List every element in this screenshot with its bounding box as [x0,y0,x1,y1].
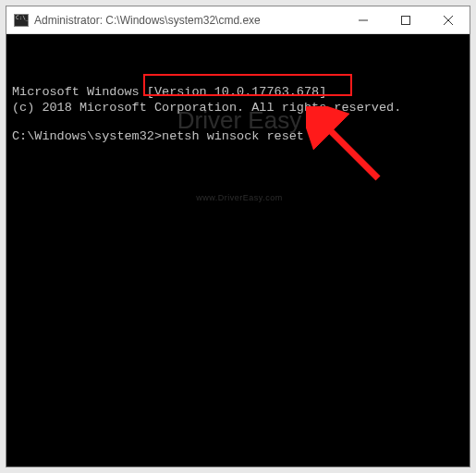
terminal-area[interactable]: Driver Easy www.DriverEasy.com Microsoft… [6,34,470,467]
prompt-line: C:\Windows\system32>netsh winsock reset [12,129,464,145]
svg-rect-1 [402,16,410,24]
maximize-button[interactable] [384,6,427,33]
minimize-button[interactable] [342,6,384,33]
copyright-line: (c) 2018 Microsoft Corporation. All righ… [12,101,464,116]
annotation-arrow-icon [306,106,389,189]
close-button[interactable] [427,6,470,33]
cmd-window: Administrator: C:\Windows\system32\cmd.e… [6,6,470,467]
watermark-sub: www.DriverEasy.com [156,193,323,203]
cmd-icon [14,14,29,27]
window-controls [342,6,470,33]
watermark: Driver Easy www.DriverEasy.com [156,45,323,263]
prompt-text: C:\Windows\system32> [12,129,162,143]
window-title: Administrator: C:\Windows\system32\cmd.e… [34,14,342,27]
command-text: netsh winsock reset [162,129,304,143]
titlebar[interactable]: Administrator: C:\Windows\system32\cmd.e… [6,6,470,34]
version-line: Microsoft Windows [Version 10.0.17763.67… [12,85,464,101]
